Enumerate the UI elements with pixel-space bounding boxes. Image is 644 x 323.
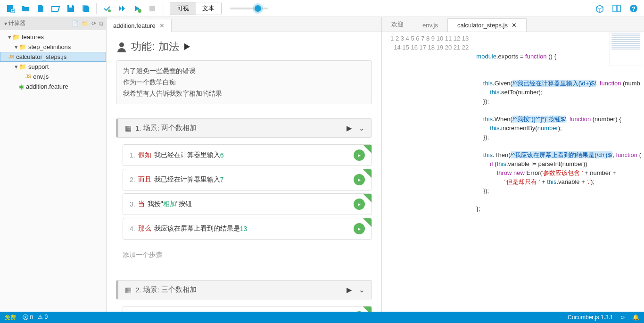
help-icon[interactable]: ?: [627, 2, 640, 15]
feature-title: 功能: 加法: [116, 40, 372, 54]
chevron-down-icon[interactable]: ⌄: [359, 286, 365, 294]
engine-label[interactable]: Cucumber.js 1.3.1: [568, 314, 613, 321]
tree-file-calculator-steps[interactable]: JScalculator_steps.js: [0, 52, 106, 62]
svg-rect-3: [69, 5, 72, 8]
svg-text:+: +: [11, 8, 14, 13]
svg-rect-8: [617, 5, 620, 12]
user-icon: [116, 41, 127, 52]
view-visual-button[interactable]: 可视: [170, 2, 196, 15]
stop-icon[interactable]: [146, 2, 159, 15]
step-row[interactable]: 1.假如 我已经在计算器里输入6▸: [123, 144, 372, 166]
tab-calculator-steps[interactable]: calculator_steps.js ✕: [447, 18, 527, 32]
open-file-icon[interactable]: [49, 2, 62, 15]
chevron-down-icon[interactable]: ▾: [3, 20, 8, 27]
new-file-icon[interactable]: +: [4, 2, 17, 15]
step-row[interactable]: 4.那么 我应该在屏幕上看到的结果是13▸: [123, 218, 372, 240]
bell-icon[interactable]: 🔔: [632, 314, 639, 321]
new-doc-icon[interactable]: [34, 2, 47, 15]
svg-text:?: ?: [632, 5, 636, 12]
collapse-icon[interactable]: ⧉: [99, 20, 103, 27]
run-icon[interactable]: [131, 2, 144, 15]
tab-label: addition.feature: [113, 22, 156, 29]
close-icon[interactable]: ✕: [159, 22, 165, 29]
tree-file-addition-feature[interactable]: ◉addition.feature: [0, 82, 106, 91]
view-mode-toggle[interactable]: 可视 文本: [170, 2, 222, 15]
scenario-1[interactable]: ▦ 1. 场景 : 两个数相加 ▶ ⌄: [116, 118, 372, 138]
svg-point-5: [138, 9, 141, 13]
tree-file-env[interactable]: JSenv.js: [0, 72, 106, 82]
feature-tabs: addition.feature ✕: [107, 17, 381, 32]
scenario-icon: ▦: [125, 286, 132, 294]
tab-addition-feature[interactable]: addition.feature ✕: [107, 19, 172, 32]
status-diagnostics[interactable]: ⓧ 0 ⚠ 0: [23, 314, 48, 322]
view-text-button[interactable]: 文本: [196, 2, 221, 15]
package-icon[interactable]: [593, 2, 606, 15]
feature-description: 为了避免一些愚蠢的错误 作为一个数学白痴 我希望有人告诉我数字相加的结果: [116, 60, 372, 104]
tree-folder-support[interactable]: ▾📁support: [0, 62, 106, 72]
zoom-slider[interactable]: [230, 8, 268, 9]
error-count: ⓧ 0: [23, 314, 33, 322]
file-tree: ▾📁features ▾📁step_definitions JScalculat…: [0, 30, 106, 93]
step-row[interactable]: 1.假如 我已经在计算器里输入6▸: [123, 306, 372, 312]
fast-forward-icon[interactable]: [116, 2, 129, 15]
warn-count: ⚠ 0: [38, 314, 48, 322]
minimap[interactable]: [609, 32, 642, 66]
open-folder-icon[interactable]: [19, 2, 32, 15]
code-area[interactable]: 1 2 3 4 5 6 7 8 9 10 11 12 13 14 15 16 1…: [382, 32, 644, 312]
scenario-icon: ▦: [125, 124, 132, 133]
status-free[interactable]: 免费: [5, 314, 16, 322]
tree-folder-step-definitions[interactable]: ▾📁step_definitions: [0, 42, 106, 52]
tab-welcome[interactable]: 欢迎: [382, 17, 413, 32]
sidebar-header: ▾ 计算器 📄 📁 ⟳ ⧉: [0, 17, 106, 30]
svg-point-11: [119, 42, 124, 47]
feature-panel: addition.feature ✕ 功能: 加法 为了避免一些愚蠢的错误 作为…: [107, 17, 382, 312]
play-icon[interactable]: [183, 42, 191, 51]
status-bar: 免费 ⓧ 0 ⚠ 0 Cucumber.js 1.3.1 ☺ 🔔: [0, 312, 644, 323]
layout-icon[interactable]: [610, 2, 623, 15]
svg-rect-6: [149, 6, 155, 11]
svg-rect-7: [613, 5, 616, 12]
chevron-down-icon[interactable]: ⌄: [359, 124, 365, 133]
step-row[interactable]: 3.当 我按"相加"按钮▸: [123, 193, 372, 215]
step-row[interactable]: 2.而且 我已经在计算器里输入7▸: [123, 169, 372, 190]
project-title: 计算器: [8, 19, 25, 27]
save-icon[interactable]: [64, 2, 77, 15]
new-folder-action-icon[interactable]: 📁: [82, 20, 89, 27]
main-toolbar: + 可视 文本 ?: [0, 0, 644, 17]
add-step-link[interactable]: 添加一个步骤: [116, 249, 372, 261]
scenario-2[interactable]: ▦ 2. 场景 : 三个数相加 ▶ ⌄: [116, 280, 372, 299]
editor-tabs: 欢迎 env.js calculator_steps.js ✕: [382, 17, 644, 32]
check-icon[interactable]: [100, 2, 114, 15]
tab-env[interactable]: env.js: [413, 19, 447, 32]
play-icon[interactable]: ▶: [347, 286, 352, 294]
svg-point-4: [108, 9, 111, 12]
smile-icon[interactable]: ☺: [620, 314, 626, 321]
new-file-action-icon[interactable]: 📄: [72, 20, 79, 27]
close-icon[interactable]: ✕: [512, 22, 517, 29]
save-all-icon[interactable]: [79, 2, 92, 15]
tree-folder-features[interactable]: ▾📁features: [0, 32, 106, 42]
project-sidebar: ▾ 计算器 📄 📁 ⟳ ⧉ ▾📁features ▾📁step_definiti…: [0, 17, 107, 312]
code-editor-panel: 欢迎 env.js calculator_steps.js ✕ 1 2 3 4 …: [382, 17, 644, 312]
refresh-icon[interactable]: ⟳: [91, 20, 96, 27]
play-icon[interactable]: ▶: [347, 124, 352, 133]
